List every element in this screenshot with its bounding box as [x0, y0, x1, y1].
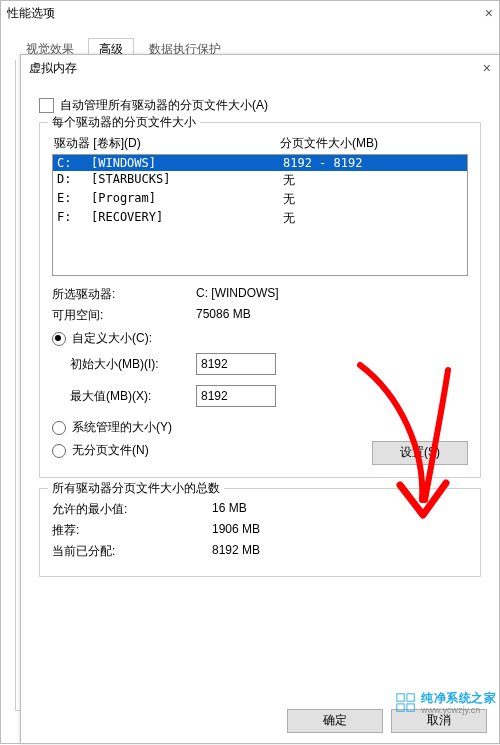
min-value: 16 MB — [212, 501, 247, 518]
rec-row: 推荐: 1906 MB — [52, 522, 468, 539]
drive-row[interactable]: F:[RECOVERY]无 — [53, 209, 467, 228]
svg-rect-2 — [397, 703, 404, 710]
max-size-row: 最大值(MB)(X): — [70, 385, 468, 407]
radio-none[interactable] — [52, 444, 66, 458]
initial-size-label: 初始大小(MB)(I): — [70, 356, 196, 373]
cur-row: 当前已分配: 8192 MB — [52, 543, 468, 560]
totals-group-label: 所有驱动器分页文件大小的总数 — [48, 480, 224, 497]
initial-size-input[interactable] — [196, 353, 276, 375]
selected-drive-row: 所选驱动器: C: [WINDOWS] — [52, 286, 468, 303]
max-size-input[interactable] — [196, 385, 276, 407]
drives-group: 每个驱动器的分页文件大小 驱动器 [卷标](D) 分页文件大小(MB) C:[W… — [39, 122, 481, 478]
vm-close-icon[interactable]: × — [483, 60, 491, 76]
radio-none-label: 无分页文件(N) — [72, 442, 149, 459]
perf-close-icon[interactable]: × — [485, 5, 493, 21]
rec-value: 1906 MB — [212, 522, 260, 539]
vm-title: 虚拟内存 — [29, 60, 77, 77]
drive-list-header: 驱动器 [卷标](D) 分页文件大小(MB) — [54, 135, 466, 152]
free-space-row: 可用空间: 75086 MB — [52, 307, 468, 324]
drive-row[interactable]: E:[Program]无 — [53, 190, 467, 209]
free-space-value: 75086 MB — [196, 307, 251, 324]
perf-title: 性能选项 — [7, 5, 55, 22]
initial-size-row: 初始大小(MB)(I): — [70, 353, 468, 375]
free-space-label: 可用空间: — [52, 307, 196, 324]
selected-drive-value: C: [WINDOWS] — [196, 286, 279, 303]
watermark-logo-icon — [395, 692, 417, 714]
svg-rect-0 — [397, 693, 404, 700]
watermark: 纯净系统之家 www.ycwzjy.cn — [395, 690, 496, 715]
drive-row[interactable]: C:[WINDOWS]8192 - 8192 — [53, 155, 467, 171]
col-pagefile-label: 分页文件大小(MB) — [280, 135, 466, 152]
vm-titlebar: 虚拟内存 × — [21, 55, 499, 81]
drive-row[interactable]: D:[STARBUCKS]无 — [53, 171, 467, 190]
auto-manage-checkbox[interactable] — [39, 98, 54, 113]
rec-label: 推荐: — [52, 522, 212, 539]
drives-group-label: 每个驱动器的分页文件大小 — [48, 114, 200, 131]
svg-rect-3 — [407, 703, 414, 710]
perf-titlebar: 性能选项 × — [1, 1, 499, 25]
selected-drive-label: 所选驱动器: — [52, 286, 196, 303]
min-label: 允许的最小值: — [52, 501, 212, 518]
set-button[interactable]: 设置(S) — [372, 441, 468, 465]
radio-system[interactable] — [52, 421, 66, 435]
max-size-label: 最大值(MB)(X): — [70, 388, 196, 405]
min-row: 允许的最小值: 16 MB — [52, 501, 468, 518]
radio-system-label: 系统管理的大小(Y) — [72, 419, 172, 436]
radio-custom-label: 自定义大小(C): — [72, 330, 152, 347]
totals-group: 所有驱动器分页文件大小的总数 允许的最小值: 16 MB 推荐: 1906 MB… — [39, 488, 481, 577]
radio-custom[interactable] — [52, 332, 66, 346]
auto-manage-label: 自动管理所有驱动器的分页文件大小(A) — [60, 97, 268, 114]
svg-rect-1 — [407, 693, 414, 700]
cur-label: 当前已分配: — [52, 543, 212, 560]
cur-value: 8192 MB — [212, 543, 260, 560]
radio-custom-row[interactable]: 自定义大小(C): — [52, 330, 468, 347]
virtual-memory-dialog: 虚拟内存 × 自动管理所有驱动器的分页文件大小(A) 每个驱动器的分页文件大小 … — [20, 54, 500, 744]
auto-manage-row[interactable]: 自动管理所有驱动器的分页文件大小(A) — [39, 97, 481, 114]
radio-system-row[interactable]: 系统管理的大小(Y) — [52, 419, 468, 436]
drive-list[interactable]: C:[WINDOWS]8192 - 8192D:[STARBUCKS]无E:[P… — [52, 154, 468, 276]
col-drive-label: 驱动器 [卷标](D) — [54, 135, 280, 152]
vm-ok-button[interactable]: 确定 — [287, 709, 383, 733]
